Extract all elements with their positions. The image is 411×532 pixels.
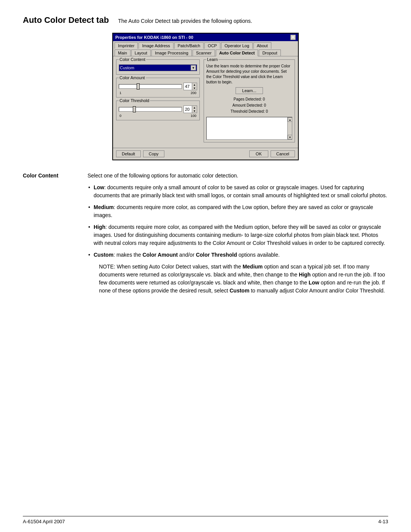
tab-imprinter[interactable]: Imprinter xyxy=(115,42,138,49)
tab-scanner[interactable]: Scanner xyxy=(193,50,215,56)
tab-about[interactable]: About xyxy=(253,42,271,49)
footer-left: A-61504 April 2007 xyxy=(23,519,65,524)
cancel-button[interactable]: Cancel xyxy=(271,150,295,157)
color-amount-slider-track[interactable] xyxy=(119,84,182,89)
color-threshold-bold: Color Threshold xyxy=(196,252,237,258)
dialog-footer: Default Copy OK Cancel xyxy=(113,148,298,160)
spinbox-arrows: ▲ ▼ xyxy=(192,83,197,90)
options-list: Low: documents require only a small amou… xyxy=(88,184,388,259)
tab-image-address[interactable]: Image Address xyxy=(139,42,173,49)
custom-text-1: : makes the xyxy=(113,252,142,258)
list-item-custom: Custom: makes the Color Amount and/or Co… xyxy=(88,251,388,259)
medium-term: Medium xyxy=(94,204,114,210)
detected-stats: Pages Detected: 0 Amount Detected: 0 Thr… xyxy=(206,96,292,115)
amount-detected: Amount Detected: 0 xyxy=(206,102,292,109)
color-content-group: Color Content Custom ▼ xyxy=(116,59,200,75)
copy-button[interactable]: Copy xyxy=(143,150,164,157)
dialog-content: Color Content Custom ▼ Color Amount xyxy=(113,56,298,148)
high-term: High xyxy=(94,224,105,230)
custom-term: Custom xyxy=(94,252,113,258)
spinbox-down-icon[interactable]: ▼ xyxy=(192,86,197,90)
custom-text-3: options available. xyxy=(237,252,280,258)
tabs-row-1: Imprinter Image Address Patch/Batch OCP … xyxy=(113,41,298,49)
log-scrollbar: ▲ ▼ xyxy=(287,117,292,139)
color-threshold-spinbox-arrows: ▲ ▼ xyxy=(192,106,197,113)
color-threshold-min: 0 xyxy=(119,114,121,118)
custom-text-2: and/or xyxy=(178,252,196,258)
list-item-medium: Medium: documents require more color, as… xyxy=(88,203,388,219)
body-content: Color Content Select one of the followin… xyxy=(23,172,388,295)
note-medium-bold: Medium xyxy=(242,264,263,270)
footer-left: Default Copy xyxy=(116,150,164,157)
tabs-row-2: Main Layout Image Processing Scanner Aut… xyxy=(113,49,298,56)
color-threshold-value: 20 xyxy=(185,107,192,112)
dropdown-value: Custom xyxy=(120,66,134,70)
note-prefix: NOTE: When setting Auto Color Detect val… xyxy=(99,264,242,270)
footer-right: OK Cancel xyxy=(249,150,295,157)
note-low-bold: Low xyxy=(309,280,319,286)
note-custom-bold: Custom xyxy=(229,288,249,294)
pages-detected: Pages Detected: 0 xyxy=(206,96,292,102)
dialog-title: Properties for KODAK i1860 on STI - 00 xyxy=(115,35,193,40)
note-high-bold: High xyxy=(299,272,311,278)
color-threshold-slider-handle[interactable] xyxy=(133,106,136,112)
scroll-down-icon[interactable]: ▼ xyxy=(288,135,292,139)
color-content-dropdown[interactable]: Custom ▼ xyxy=(119,64,197,71)
list-item-low: Low: documents require only a small amou… xyxy=(88,184,388,200)
color-amount-label: Color Amount xyxy=(119,75,146,80)
learn-group-label: Learn xyxy=(206,57,218,62)
tab-ocp[interactable]: OCP xyxy=(204,42,220,49)
color-threshold-spinbox[interactable]: 20 ▲ ▼ xyxy=(183,105,197,113)
log-area: ▲ ▼ xyxy=(206,117,292,140)
color-amount-bold: Color Amount xyxy=(142,252,178,258)
intro-text: Select one of the following options for … xyxy=(88,172,388,180)
close-button[interactable]: ✕ xyxy=(290,35,296,40)
learn-group: Learn Use the learn mode to determine th… xyxy=(204,59,295,142)
default-button[interactable]: Default xyxy=(116,150,141,157)
tabs-container: Imprinter Image Address Patch/Batch OCP … xyxy=(113,41,298,56)
color-amount-slider-row: 47 ▲ ▼ xyxy=(119,83,197,90)
page-footer: A-61504 April 2007 4-13 xyxy=(23,516,388,524)
color-amount-slider-handle[interactable] xyxy=(137,83,140,89)
scroll-up-icon[interactable]: ▲ xyxy=(288,117,292,122)
list-item-high: High: documents require more color, as c… xyxy=(88,223,388,247)
tab-main[interactable]: Main xyxy=(115,50,131,56)
color-amount-spinbox[interactable]: 47 ▲ ▼ xyxy=(183,83,197,90)
tab-dropout[interactable]: Dropout xyxy=(259,50,280,56)
color-amount-max: 200 xyxy=(191,91,196,95)
learn-button[interactable]: Learn... xyxy=(236,87,263,94)
low-text: : documents require only a small amount … xyxy=(94,184,387,198)
dialog-titlebar: Properties for KODAK i1860 on STI - 00 ✕ xyxy=(113,34,298,41)
color-content-group-label: Color Content xyxy=(119,57,146,62)
color-amount-ticks: 1 200 xyxy=(119,91,197,95)
color-threshold-group: Color Threshold 20 ▲ ▼ xyxy=(116,101,200,120)
ok-button[interactable]: OK xyxy=(249,150,268,157)
color-amount-group: Color Amount 47 ▲ ▼ xyxy=(116,78,200,97)
color-threshold-slider-track[interactable] xyxy=(119,107,182,112)
color-amount-value: 47 xyxy=(185,84,192,89)
left-panel: Color Content Custom ▼ Color Amount xyxy=(116,59,200,145)
threshold-detected: Threshold Detected: 0 xyxy=(206,109,292,115)
medium-text: : documents require more color, as compa… xyxy=(94,204,373,218)
learn-description: Use the learn mode to determine the prop… xyxy=(206,64,292,85)
tab-auto-color-detect[interactable]: Auto Color Detect xyxy=(216,50,258,56)
body-right-text: Select one of the following options for … xyxy=(88,172,388,295)
high-text: : documents require more color, as compa… xyxy=(94,224,385,246)
right-panel: Learn Use the learn mode to determine th… xyxy=(204,59,295,145)
tab-layout[interactable]: Layout xyxy=(131,50,151,56)
tab-patch-batch[interactable]: Patch/Batch xyxy=(174,42,204,49)
threshold-spinbox-down-icon[interactable]: ▼ xyxy=(192,109,197,113)
header-section: Auto Color Detect tab The Auto Color Det… xyxy=(23,15,388,25)
color-threshold-label: Color Threshold xyxy=(119,98,150,103)
color-amount-min: 1 xyxy=(119,91,121,95)
dropdown-arrow-icon: ▼ xyxy=(191,65,196,70)
threshold-spinbox-up-icon[interactable]: ▲ xyxy=(192,106,197,109)
spinbox-up-icon[interactable]: ▲ xyxy=(192,83,197,86)
color-threshold-slider-row: 20 ▲ ▼ xyxy=(119,105,197,113)
low-term: Low xyxy=(94,184,104,190)
color-threshold-max: 100 xyxy=(191,114,196,118)
section-title: Auto Color Detect tab xyxy=(23,15,109,25)
note-text-4: to manually adjust Color Amount and/or C… xyxy=(249,288,385,294)
tab-image-processing[interactable]: Image Processing xyxy=(151,50,192,56)
tab-operator-log[interactable]: Operator Log xyxy=(221,42,253,49)
